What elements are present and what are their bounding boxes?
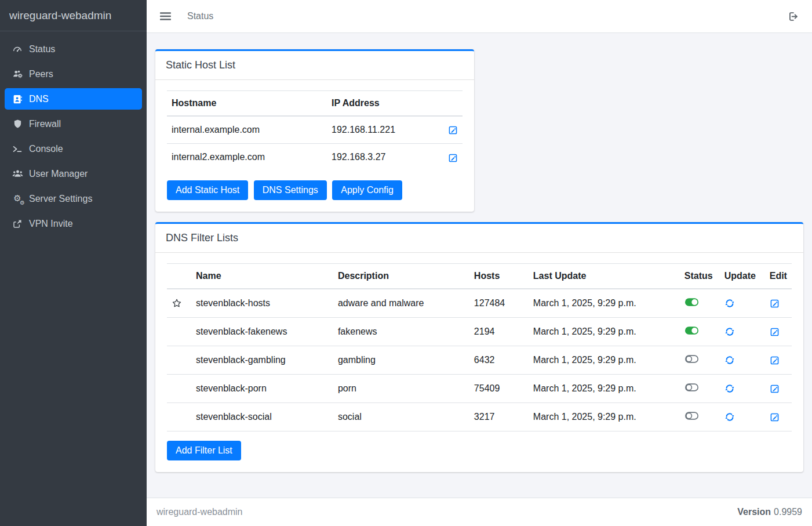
status-toggle[interactable] xyxy=(684,411,699,420)
edit-filter-button[interactable] xyxy=(770,355,780,365)
filter-hosts-cell: 3217 xyxy=(469,402,529,431)
column-header-status: Status xyxy=(680,263,720,289)
filter-description-cell: fakenews xyxy=(333,317,469,346)
ip-cell: 192.168.11.221 xyxy=(327,116,434,144)
column-header-description: Description xyxy=(333,263,469,289)
share-square-icon xyxy=(12,218,23,230)
sign-out-icon[interactable] xyxy=(788,11,799,22)
address-book-icon xyxy=(12,93,23,105)
sidebar-item-user-manager[interactable]: User Manager xyxy=(5,163,142,184)
add-filter-list-button[interactable]: Add Filter List xyxy=(167,441,241,460)
menu-toggle-icon[interactable] xyxy=(160,12,171,21)
sidebar-item-label: User Manager xyxy=(29,169,88,179)
card-title: Static Host List xyxy=(166,59,235,71)
column-header-empty xyxy=(434,91,463,117)
column-header-name: Name xyxy=(191,263,333,289)
filter-last-update-cell: March 1, 2025, 9:29 p.m. xyxy=(529,402,680,431)
terminal-icon xyxy=(12,143,23,155)
update-filter-button[interactable] xyxy=(724,412,735,422)
dns-filter-lists-card: DNS Filter Lists Name Description Hosts … xyxy=(155,222,803,472)
app-window: wireguard-webadmin Status Peers DNS xyxy=(0,0,812,526)
content: Static Host List Hostname IP Address xyxy=(147,33,812,498)
column-header-star xyxy=(167,263,191,289)
update-filter-button[interactable] xyxy=(724,298,735,309)
brand-link[interactable]: wireguard-webadmin xyxy=(0,0,147,31)
column-header-ip: IP Address xyxy=(327,91,434,117)
filter-description-cell: gambling xyxy=(333,346,469,374)
ip-cell: 192.168.3.27 xyxy=(327,144,434,171)
topbar: Status xyxy=(147,0,812,33)
static-host-table: Hostname IP Address internal.example.com… xyxy=(167,90,463,171)
table-row: stevenblack-fakenews fakenews 2194 March… xyxy=(167,317,792,346)
cogs-icon: ⚙⚙ xyxy=(12,193,23,205)
filter-hosts-cell: 6432 xyxy=(469,346,529,374)
edit-filter-button[interactable] xyxy=(770,327,780,337)
sidebar-item-label: DNS xyxy=(29,94,49,104)
filter-name-cell: stevenblack-social xyxy=(191,402,333,431)
sidebar-item-peers[interactable]: Peers xyxy=(5,63,142,85)
table-row: internal2.example.com 192.168.3.27 xyxy=(167,144,463,171)
sidebar-item-label: VPN Invite xyxy=(29,219,73,229)
hostname-cell: internal2.example.com xyxy=(167,144,327,171)
filter-description-cell: adware and malware xyxy=(333,289,469,318)
page-title: Status xyxy=(187,11,213,21)
sidebar-nav: Status Peers DNS Firewall xyxy=(0,31,147,238)
users-gear-icon xyxy=(12,68,23,80)
footer-brand: wireguard-webadmin xyxy=(156,507,243,517)
sidebar-item-status[interactable]: Status xyxy=(5,38,142,60)
hostname-cell: internal.example.com xyxy=(167,116,327,144)
table-row: stevenblack-gambling gambling 6432 March… xyxy=(167,346,792,374)
filter-description-cell: porn xyxy=(333,374,469,402)
table-row: stevenblack-porn porn 75409 March 1, 202… xyxy=(167,374,792,402)
static-host-list-card: Static Host List Hostname IP Address xyxy=(155,49,474,212)
filter-last-update-cell: March 1, 2025, 9:29 p.m. xyxy=(529,374,680,402)
add-static-host-button[interactable]: Add Static Host xyxy=(167,180,248,200)
favorite-star-icon[interactable] xyxy=(172,298,182,309)
table-row: internal.example.com 192.168.11.221 xyxy=(167,116,463,144)
filter-last-update-cell: March 1, 2025, 9:29 p.m. xyxy=(529,317,680,346)
sidebar-item-label: Peers xyxy=(29,69,53,79)
apply-config-button[interactable]: Apply Config xyxy=(332,180,402,200)
sidebar: wireguard-webadmin Status Peers DNS xyxy=(0,0,147,526)
edit-filter-button[interactable] xyxy=(770,384,780,394)
footer: wireguard-webadmin Version0.9959 xyxy=(147,498,812,526)
filter-hosts-cell: 2194 xyxy=(469,317,529,346)
filter-name-cell: stevenblack-porn xyxy=(191,374,333,402)
column-header-update: Update xyxy=(720,263,765,289)
sidebar-item-server-settings[interactable]: ⚙⚙ Server Settings xyxy=(5,188,142,209)
dns-settings-button[interactable]: DNS Settings xyxy=(254,180,327,200)
sidebar-item-label: Firewall xyxy=(29,119,61,129)
version-value: 0.9959 xyxy=(774,507,802,517)
table-row: stevenblack-social social 3217 March 1, … xyxy=(167,402,792,431)
filter-last-update-cell: March 1, 2025, 9:29 p.m. xyxy=(529,289,680,318)
sidebar-item-console[interactable]: Console xyxy=(5,138,142,159)
main-area: Status Static Host List Hostname xyxy=(147,0,812,526)
edit-static-host-button[interactable] xyxy=(448,153,458,163)
status-toggle[interactable] xyxy=(684,298,699,307)
column-header-edit: Edit xyxy=(765,263,792,289)
update-filter-button[interactable] xyxy=(724,355,735,365)
edit-filter-button[interactable] xyxy=(770,299,780,309)
column-header-hostname: Hostname xyxy=(167,91,327,117)
filter-name-cell: stevenblack-gambling xyxy=(191,346,333,374)
footer-version: Version0.9959 xyxy=(737,507,802,517)
table-row: stevenblack-hosts adware and malware 127… xyxy=(167,289,792,318)
column-header-hosts: Hosts xyxy=(469,263,529,289)
sidebar-item-firewall[interactable]: Firewall xyxy=(5,113,142,135)
sidebar-item-label: Server Settings xyxy=(29,194,92,204)
version-label: Version xyxy=(737,507,771,517)
update-filter-button[interactable] xyxy=(724,327,735,337)
sidebar-item-dns[interactable]: DNS xyxy=(5,88,142,110)
status-toggle[interactable] xyxy=(684,326,699,335)
sidebar-item-vpn-invite[interactable]: VPN Invite xyxy=(5,213,142,234)
status-toggle[interactable] xyxy=(684,354,699,364)
dns-filter-table: Name Description Hosts Last Update Statu… xyxy=(167,263,792,431)
filter-name-cell: stevenblack-hosts xyxy=(191,289,333,318)
update-filter-button[interactable] xyxy=(724,383,735,394)
edit-static-host-button[interactable] xyxy=(448,125,458,135)
filter-hosts-cell: 75409 xyxy=(469,374,529,402)
filter-last-update-cell: March 1, 2025, 9:29 p.m. xyxy=(529,346,680,374)
edit-filter-button[interactable] xyxy=(770,412,780,422)
gauge-icon xyxy=(12,43,23,55)
status-toggle[interactable] xyxy=(684,383,699,392)
